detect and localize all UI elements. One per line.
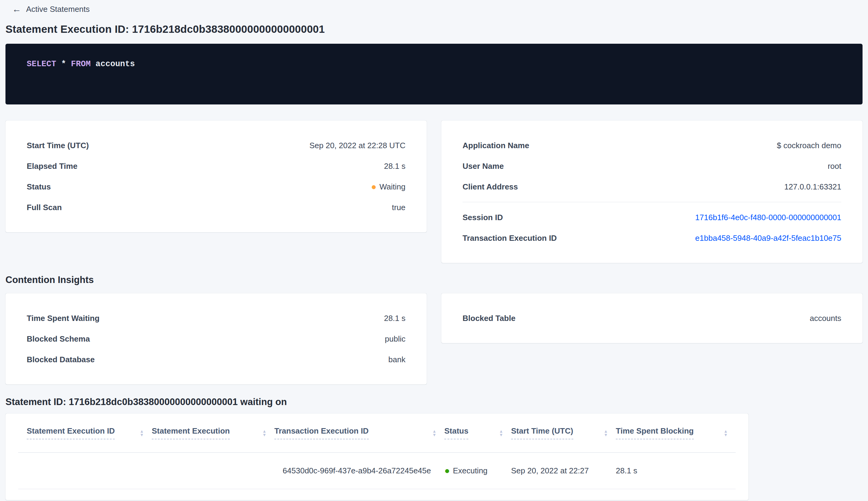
cell-statement-execution: [152, 452, 274, 489]
contention-waiting-card: Time Spent Waiting 28.1 s Blocked Schema…: [6, 293, 427, 384]
time-spent-waiting-row: Time Spent Waiting 28.1 s: [27, 308, 405, 329]
status-row: Status ● Waiting: [27, 177, 405, 197]
cell-time-spent-blocking: 28.1 s: [616, 452, 736, 489]
status-value: ● Waiting: [371, 182, 405, 192]
blocked-schema-label: Blocked Schema: [27, 334, 90, 344]
contention-insights-heading: Contention Insights: [6, 275, 862, 285]
time-spent-waiting-value: 28.1 s: [384, 314, 405, 323]
client-address-value: 127.0.0.1:63321: [784, 182, 841, 192]
column-label: Start Time (UTC): [511, 426, 573, 439]
column-label: Transaction Execution ID: [274, 426, 369, 439]
back-link-label: Active Statements: [26, 4, 90, 14]
client-address-row: Client Address 127.0.0.1:63321: [463, 177, 841, 197]
column-header-time-spent-blocking[interactable]: Time Spent Blocking ▲▼: [616, 414, 736, 452]
blocked-table-value: accounts: [810, 314, 841, 323]
application-name-value: $ cockroach demo: [777, 141, 841, 150]
waiting-on-table: Statement Execution ID ▲▼ Statement Exec…: [18, 414, 736, 489]
blocked-schema-row: Blocked Schema public: [27, 329, 405, 349]
application-name-label: Application Name: [463, 141, 529, 150]
blocked-schema-value: public: [385, 334, 405, 344]
sort-icon: ▲▼: [262, 429, 267, 437]
time-spent-waiting-label: Time Spent Waiting: [27, 314, 99, 323]
elapsed-time-label: Elapsed Time: [27, 161, 77, 171]
table-header-row: Statement Execution ID ▲▼ Statement Exec…: [18, 414, 736, 452]
start-time-value: Sep 20, 2022 at 22:28 UTC: [309, 141, 405, 150]
full-scan-row: Full Scan true: [27, 197, 405, 218]
transaction-execution-id-link[interactable]: e1bba458-5948-40a9-a42f-5feac1b10e75: [695, 234, 841, 243]
cell-statement-execution-id: [18, 452, 152, 489]
sort-icon: ▲▼: [140, 429, 144, 437]
cell-transaction-execution-id: 64530d0c-969f-437e-a9b4-26a72245e45e: [274, 452, 444, 489]
waiting-on-heading: Statement ID: 1716b218dc0b38380000000000…: [6, 396, 862, 407]
sql-statement-box: SELECT * FROM accounts: [6, 44, 862, 105]
blocked-table-row: Blocked Table accounts: [463, 308, 841, 329]
statement-details-page: ← Active Statements Statement Execution …: [0, 0, 868, 500]
session-card-divider: [463, 202, 841, 202]
start-time-label: Start Time (UTC): [27, 141, 89, 150]
full-scan-value: true: [392, 203, 405, 212]
session-id-label: Session ID: [463, 213, 503, 222]
elapsed-time-row: Elapsed Time 28.1 s: [27, 156, 405, 177]
sql-select-keyword: SELECT: [27, 60, 61, 68]
column-label: Status: [444, 426, 468, 439]
back-arrow-icon: ←: [12, 4, 21, 14]
elapsed-time-value: 28.1 s: [384, 161, 405, 171]
column-header-statement-execution-id[interactable]: Statement Execution ID ▲▼: [18, 414, 152, 452]
table-row: 64530d0c-969f-437e-a9b4-26a72245e45e ● E…: [18, 452, 736, 489]
sort-icon: ▲▼: [499, 429, 503, 437]
column-label: Statement Execution ID: [27, 426, 115, 439]
user-name-value: root: [828, 161, 841, 171]
application-name-row: Application Name $ cockroach demo: [463, 135, 841, 156]
column-label: Time Spent Blocking: [616, 426, 694, 439]
full-scan-label: Full Scan: [27, 203, 62, 212]
waiting-status-dot-icon: ●: [371, 182, 376, 191]
sort-icon: ▲▼: [724, 429, 728, 437]
user-name-label: User Name: [463, 161, 504, 171]
column-header-transaction-execution-id[interactable]: Transaction Execution ID ▲▼: [274, 414, 444, 452]
sql-star: *: [61, 60, 71, 68]
blocked-database-value: bank: [389, 355, 405, 364]
transaction-execution-id-row: Transaction Execution ID e1bba458-5948-4…: [463, 228, 841, 248]
sql-table-name: accounts: [96, 60, 135, 68]
sort-icon: ▲▼: [432, 429, 436, 437]
blocked-table-card: Blocked Table accounts: [441, 293, 862, 343]
transaction-execution-id-label: Transaction Execution ID: [463, 234, 557, 243]
cell-status: ● Executing: [444, 452, 511, 489]
client-address-label: Client Address: [463, 182, 518, 192]
column-header-status[interactable]: Status ▲▼: [444, 414, 511, 452]
back-link-active-statements[interactable]: ← Active Statements: [6, 3, 862, 15]
sql-from-keyword: FROM: [71, 60, 96, 68]
column-header-start-time[interactable]: Start Time (UTC) ▲▼: [511, 414, 616, 452]
cell-start-time: Sep 20, 2022 at 22:27: [511, 452, 616, 489]
executing-status-dot-icon: ●: [444, 466, 450, 475]
user-name-row: User Name root: [463, 156, 841, 177]
blocked-database-row: Blocked Database bank: [27, 349, 405, 370]
overview-card: Start Time (UTC) Sep 20, 2022 at 22:28 U…: [6, 120, 427, 232]
column-header-statement-execution[interactable]: Statement Execution ▲▼: [152, 414, 274, 452]
start-time-row: Start Time (UTC) Sep 20, 2022 at 22:28 U…: [27, 135, 405, 156]
status-label: Status: [27, 182, 51, 192]
status-value-text: Waiting: [379, 182, 405, 192]
blocked-table-label: Blocked Table: [463, 314, 516, 323]
page-title: Statement Execution ID: 1716b218dc0b3838…: [6, 23, 862, 35]
sort-icon: ▲▼: [604, 429, 608, 437]
session-card: Application Name $ cockroach demo User N…: [441, 120, 862, 263]
waiting-on-table-card: Statement Execution ID ▲▼ Statement Exec…: [6, 414, 748, 500]
column-label: Statement Execution: [152, 426, 230, 439]
session-id-row: Session ID 1716b1f6-4e0c-f480-0000-00000…: [463, 207, 841, 228]
contention-cards: Time Spent Waiting 28.1 s Blocked Schema…: [6, 293, 862, 384]
blocked-database-label: Blocked Database: [27, 355, 95, 364]
session-id-link[interactable]: 1716b1f6-4e0c-f480-0000-000000000001: [695, 213, 841, 222]
cell-status-text: Executing: [453, 466, 487, 476]
summary-cards: Start Time (UTC) Sep 20, 2022 at 22:28 U…: [6, 120, 862, 263]
